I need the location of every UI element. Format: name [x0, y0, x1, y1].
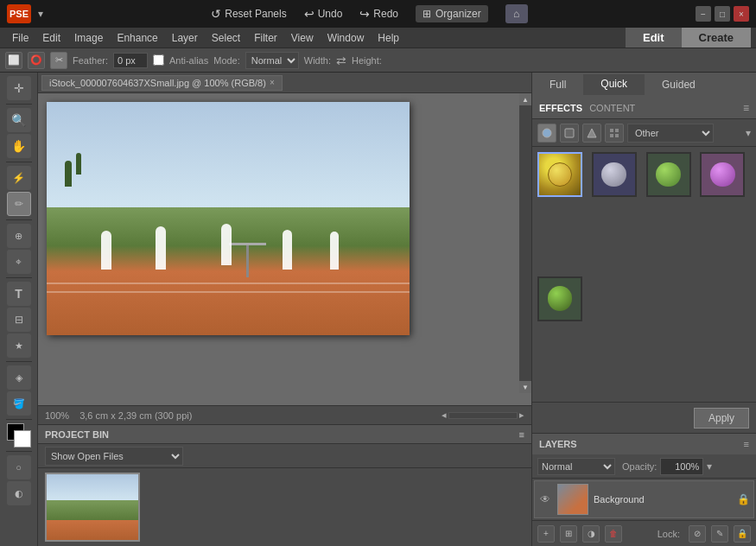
apply-button[interactable]: Apply — [694, 408, 749, 429]
document-tab-close[interactable]: × — [270, 78, 275, 87]
antialiasing-checkbox[interactable] — [153, 54, 164, 66]
content-tab[interactable]: CONTENT — [589, 103, 635, 113]
effect-thumb-3[interactable] — [646, 152, 691, 197]
magic-wand-tool[interactable]: ⚡ — [7, 166, 31, 190]
document-tab[interactable]: iStock_000007604637XSmall.jpg @ 100% (RG… — [41, 75, 283, 91]
layer-row[interactable]: 👁 Background 🔒 — [534, 480, 754, 518]
effect-image-1 — [539, 154, 581, 195]
effect-thumb-4[interactable] — [700, 152, 745, 197]
menu-filter[interactable]: Filter — [247, 30, 284, 46]
minimize-button[interactable]: − — [696, 6, 711, 22]
lock-all-button[interactable]: 🔒 — [734, 525, 751, 543]
effects-panel: EFFECTS CONTENT ≡ — [532, 97, 756, 433]
delete-layer-button[interactable]: 🗑 — [605, 525, 622, 543]
tab-full[interactable]: Full — [532, 75, 583, 94]
hand-tool[interactable]: ✋ — [7, 134, 31, 158]
vertical-scrollbar[interactable]: ▲ ▼ — [519, 93, 531, 393]
maximize-button[interactable]: □ — [715, 6, 730, 22]
edit-tab[interactable]: Edit — [626, 28, 682, 48]
lasso-tool[interactable]: ✂ — [50, 52, 67, 69]
scroll-track-horizontal[interactable] — [448, 412, 518, 419]
move-tool[interactable]: ✛ — [7, 76, 31, 100]
clone-tool[interactable]: ⌖ — [7, 250, 31, 274]
ellipse-select-tool[interactable]: ⭕ — [28, 52, 45, 69]
lock-transparent-button[interactable]: ⊘ — [689, 525, 706, 543]
effect-image-3 — [648, 154, 689, 195]
show-files-select[interactable]: Show Open Files Show Files from Organize… — [45, 447, 183, 466]
organizer-button[interactable]: ⊞ Organizer — [416, 5, 488, 22]
effects-tab[interactable]: EFFECTS — [539, 103, 582, 113]
reset-panels-button[interactable]: ↺ Reset Panels — [211, 7, 286, 21]
menu-window[interactable]: Window — [321, 30, 372, 46]
new-fill-button[interactable]: ◑ — [582, 525, 600, 543]
layer-visibility-toggle[interactable]: 👁 — [538, 492, 552, 506]
project-bin-menu-icon[interactable]: ≡ — [519, 429, 524, 440]
paint-bucket-tool[interactable]: 🪣 — [7, 391, 31, 416]
rect-select-tool[interactable]: ⬜ — [5, 52, 22, 69]
close-button[interactable]: × — [734, 6, 749, 22]
effect-image-2 — [594, 154, 635, 195]
panel-menu-icon[interactable]: ≡ — [743, 102, 749, 114]
opacity-dropdown-icon[interactable]: ▾ — [707, 460, 712, 473]
effect-thumb-1[interactable] — [537, 152, 582, 197]
blur-tool[interactable]: ◐ — [7, 481, 31, 505]
titlebar-menu-icon[interactable]: ▾ — [38, 8, 43, 20]
scroll-track-vertical[interactable] — [519, 105, 531, 381]
toolbar-separator-7 — [6, 451, 32, 452]
menu-select[interactable]: Select — [205, 30, 247, 46]
effect-thumb-2[interactable] — [592, 152, 637, 197]
new-group-button[interactable]: ⊞ — [560, 525, 577, 543]
new-layer-button[interactable]: + — [537, 525, 555, 543]
menu-image[interactable]: Image — [67, 30, 110, 46]
background-color[interactable] — [14, 430, 31, 448]
mode-select[interactable]: Normal — [245, 52, 299, 69]
dodge-tool[interactable]: ○ — [7, 455, 31, 479]
texture-icon — [608, 127, 620, 139]
scroll-up-button[interactable]: ▲ — [519, 93, 531, 105]
menu-layer[interactable]: Layer — [165, 30, 205, 46]
redo-button[interactable]: ↪ Redo — [359, 7, 398, 21]
scroll-down-button[interactable]: ▼ — [519, 381, 531, 393]
menu-enhance[interactable]: Enhance — [110, 30, 164, 46]
feather-input[interactable] — [113, 53, 148, 68]
main-area: ✛ 🔍 ✋ ⚡ ✏ ⊕ ⌖ T ⊟ ★ ◈ 🪣 ○ ◐ iStock_00000… — [0, 73, 756, 546]
crop-tool[interactable]: ⊟ — [7, 308, 31, 332]
menu-help[interactable]: Help — [371, 30, 406, 46]
bin-thumbnail[interactable] — [45, 473, 140, 542]
category-select[interactable]: Other — [627, 124, 714, 143]
scroll-left-button[interactable]: ◂ — [442, 410, 447, 421]
menu-file[interactable]: File — [5, 30, 35, 46]
filter-icon — [541, 127, 553, 139]
view-mode-tabs: Full Quick Guided — [532, 73, 756, 97]
tree-1 — [65, 161, 72, 187]
photo-effects-btn[interactable] — [582, 124, 601, 143]
blend-mode-select[interactable]: Normal — [537, 458, 615, 475]
tab-guided[interactable]: Guided — [645, 75, 713, 94]
textures-btn[interactable] — [605, 124, 624, 143]
zoom-tool[interactable]: 🔍 — [7, 108, 31, 132]
menu-edit[interactable]: Edit — [35, 30, 67, 46]
eraser-tool[interactable]: ◈ — [7, 365, 31, 390]
effects-panel-options[interactable]: ▾ — [746, 127, 751, 139]
project-bin-content — [38, 468, 531, 546]
color-swatches[interactable] — [7, 423, 31, 448]
lock-image-button[interactable]: ✎ — [711, 525, 728, 543]
filter-effects-btn[interactable] — [537, 124, 556, 143]
scroll-right-button[interactable]: ▸ — [519, 410, 524, 421]
tab-quick[interactable]: Quick — [583, 74, 645, 95]
menu-view[interactable]: View — [284, 30, 321, 46]
horizontal-scrollbar[interactable]: ◂ ▸ — [442, 410, 524, 421]
swap-icon: ⇄ — [336, 54, 346, 67]
undo-button[interactable]: ↩ Undo — [304, 7, 343, 21]
opacity-input[interactable] — [660, 458, 703, 475]
create-tab[interactable]: Create — [682, 28, 751, 48]
healing-tool[interactable]: ⊕ — [7, 224, 31, 248]
layers-menu-icon[interactable]: ≡ — [744, 439, 749, 449]
shape-tool[interactable]: ★ — [7, 333, 31, 358]
layer-styles-btn[interactable] — [560, 124, 579, 143]
home-button[interactable]: ⌂ — [505, 4, 528, 23]
runner-5 — [330, 232, 339, 270]
effect-thumb-5[interactable] — [537, 276, 582, 321]
brush-tool[interactable]: ✏ — [7, 192, 31, 216]
text-tool[interactable]: T — [7, 282, 31, 306]
